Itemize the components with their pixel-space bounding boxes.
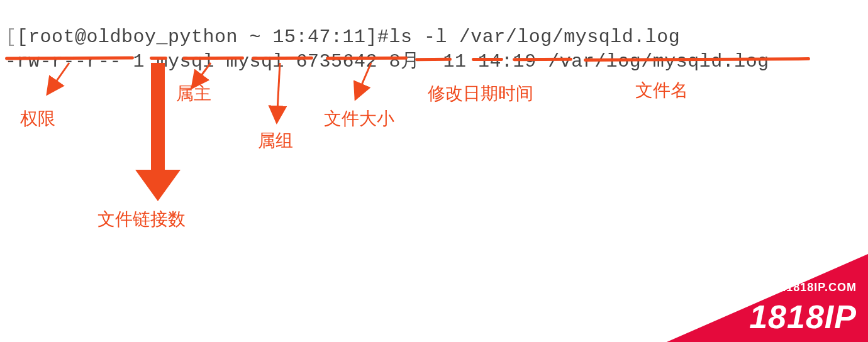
cursor-mark: [: [5, 26, 17, 48]
underline-size: [326, 57, 408, 60]
underline-filename: [584, 57, 810, 62]
label-owner: 属主: [176, 82, 211, 106]
term-line1: [root@oldboy_python ~ 15:47:11]#ls -l /v…: [17, 26, 681, 48]
diagram-canvas: [[root@oldboy_python ~ 15:47:11]#ls -l /…: [0, 0, 868, 342]
term-line2: -rw-r--r-- 1 mysql mysql 6735642 8月 11 1…: [5, 51, 769, 72]
big-arrow-icon: [135, 63, 181, 201]
underline-owner: [182, 57, 244, 60]
underline-links: [150, 57, 167, 60]
underline-date-c: [513, 58, 572, 61]
label-links: 文件链接数: [97, 207, 186, 231]
label-group: 属组: [258, 129, 293, 153]
terminal-block: [[root@oldboy_python ~ 15:47:11]#ls -l /…: [5, 5, 769, 74]
watermark-url: WWW.1818IP.COM: [749, 281, 857, 294]
svg-marker-1: [135, 170, 181, 201]
underline-date-b: [472, 58, 503, 61]
label-filename: 文件名: [635, 79, 688, 102]
underline-group: [252, 57, 313, 60]
label-size: 文件大小: [324, 107, 394, 131]
label-mtime: 修改日期时间: [428, 82, 533, 106]
watermark-brand: 1818IP: [749, 298, 857, 336]
label-permissions: 权限: [20, 107, 55, 131]
svg-rect-0: [151, 63, 165, 173]
underline-date-a: [415, 58, 452, 61]
